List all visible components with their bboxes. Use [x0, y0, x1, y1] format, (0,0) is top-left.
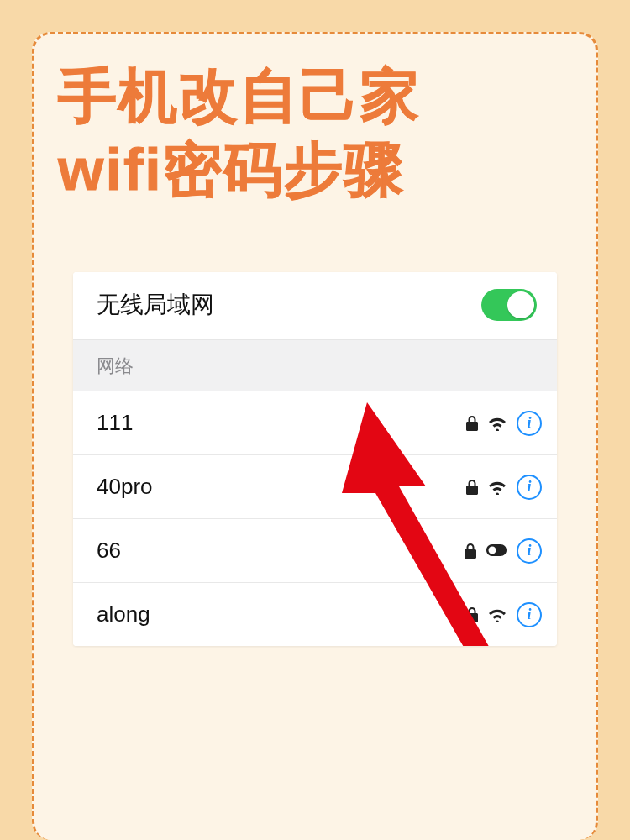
network-list: 111 i 40pro — [73, 391, 557, 646]
network-row[interactable]: along i — [73, 583, 557, 646]
info-icon[interactable]: i — [517, 411, 542, 436]
row-icons: i — [466, 411, 542, 436]
page-title: 手机改自己家 wifi密码步骤 — [58, 60, 572, 207]
wifi-icon — [488, 416, 507, 431]
network-name: 111 — [97, 410, 133, 436]
row-icons: i — [466, 602, 542, 627]
network-row[interactable]: 66 i — [73, 519, 557, 583]
network-name: 40pro — [97, 474, 153, 500]
lock-icon — [466, 416, 478, 431]
lock-icon — [465, 543, 476, 559]
row-icons: i — [466, 475, 542, 500]
row-icons: i — [465, 538, 542, 564]
lock-icon — [466, 480, 478, 495]
network-row[interactable]: 111 i — [73, 391, 557, 455]
content-frame: 手机改自己家 wifi密码步骤 无线局域网 网络 111 — [32, 32, 598, 840]
network-name: along — [97, 601, 150, 627]
title-line-2: wifi密码步骤 — [58, 134, 572, 207]
networks-section-header: 网络 — [73, 340, 557, 391]
wlan-toggle[interactable] — [481, 289, 537, 321]
hotspot-icon — [486, 544, 507, 558]
wifi-settings-panel: 无线局域网 网络 111 i — [73, 272, 557, 646]
info-icon[interactable]: i — [517, 602, 542, 627]
wlan-label: 无线局域网 — [97, 289, 214, 321]
wlan-toggle-row: 无线局域网 — [73, 272, 557, 340]
title-line-1: 手机改自己家 — [58, 60, 572, 134]
info-icon[interactable]: i — [517, 538, 542, 564]
wifi-icon — [488, 607, 507, 622]
network-name: 66 — [97, 538, 121, 564]
screenshot-container: 无线局域网 网络 111 i — [58, 272, 572, 646]
wifi-icon — [488, 480, 507, 495]
info-icon[interactable]: i — [517, 475, 542, 500]
lock-icon — [466, 607, 478, 622]
network-row[interactable]: 40pro i — [73, 455, 557, 519]
toggle-knob — [507, 291, 534, 318]
